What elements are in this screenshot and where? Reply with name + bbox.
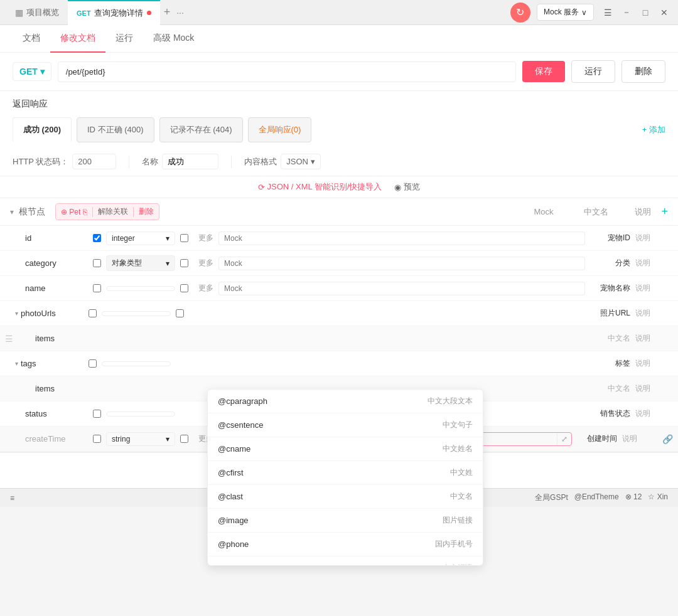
tab-run[interactable]: 运行 — [105, 25, 143, 53]
dropdown-key: @image — [218, 516, 249, 525]
expand-photourls[interactable]: ▾ — [15, 310, 18, 317]
add-field-button[interactable]: + — [661, 205, 668, 218]
unlink-button[interactable]: 解除关联 — [93, 205, 133, 218]
project-tab[interactable]: ▦ 项目概览 — [6, 0, 68, 25]
minimize-button[interactable]: － — [619, 5, 634, 20]
type-select-category[interactable]: 对象类型 ▾ — [106, 255, 175, 271]
field-checkbox-createtime[interactable] — [180, 435, 188, 443]
more-options-id[interactable]: 更多 — [198, 233, 213, 243]
response-section-label: 返回响应 — [0, 91, 678, 112]
field-required-status[interactable] — [93, 410, 101, 418]
type-select-createtime[interactable]: string ▾ — [106, 432, 175, 446]
mock-input-id[interactable] — [218, 231, 585, 245]
field-required-tags[interactable] — [89, 359, 97, 368]
name-input[interactable] — [162, 154, 218, 169]
field-checkbox-id[interactable] — [180, 234, 188, 242]
resp-tab-404[interactable]: 记录不存在 (404) — [159, 117, 243, 142]
dropdown-item-cparagraph[interactable]: @cparagraph 中文大段文本 — [208, 390, 483, 413]
type-select-photourls[interactable] — [102, 311, 171, 316]
field-name-items2: items — [25, 384, 88, 393]
tab-advanced-mock[interactable]: 高级 Mock — [143, 25, 204, 53]
field-required-name[interactable] — [93, 284, 101, 292]
chevron-down-icon: ∨ — [581, 8, 587, 17]
field-name-category: category — [25, 258, 88, 268]
tab-edit-doc[interactable]: 修改文档 — [50, 25, 105, 53]
refresh-button[interactable]: ↻ — [510, 3, 530, 23]
dropdown-key: @clast — [218, 492, 243, 501]
mock-input-name[interactable] — [218, 282, 585, 295]
run-button[interactable]: 运行 — [571, 60, 615, 83]
delete-ref-button[interactable]: 删除 — [134, 205, 159, 218]
preview-button[interactable]: ◉ 预览 — [394, 181, 420, 193]
dropdown-desc: 中文姓名 — [443, 443, 473, 454]
field-name-photourls: photoUrls — [21, 309, 83, 318]
mock-input-cat[interactable] — [218, 257, 585, 270]
drag-handle-items1[interactable]: ☰ — [5, 334, 13, 344]
dropdown-item-clast[interactable]: @clast 中文名 — [208, 485, 483, 509]
resp-tab-200[interactable]: 成功 (200) — [13, 117, 72, 143]
more-options-cat[interactable]: 更多 — [198, 258, 213, 268]
cn-name-name: 宠物名称 — [585, 283, 635, 294]
json-xml-import-button[interactable]: ⟳ JSON / XML 智能识别/快捷导入 — [258, 181, 382, 193]
maximize-button[interactable]: □ — [638, 5, 653, 20]
add-response-button[interactable]: + 添加 — [642, 124, 665, 135]
pet-badge[interactable]: ⊕ Pet ⎘ — [56, 206, 92, 218]
tab-doc[interactable]: 文档 — [13, 25, 50, 53]
type-select-id[interactable]: integer ▾ — [106, 231, 175, 245]
close-button[interactable]: ✕ — [657, 5, 672, 20]
desc-id: 说明 — [635, 233, 673, 243]
api-tab[interactable]: GET 查询宠物详情 — [68, 0, 160, 25]
expand-tags[interactable]: ▾ — [15, 360, 18, 367]
dropdown-item-csentence[interactable]: @csentence 中文句子 — [208, 413, 483, 437]
dropdown-item-phone[interactable]: @phone 国内手机号 — [208, 533, 483, 556]
more-tabs-button[interactable]: ··· — [174, 8, 186, 18]
response-tabs: 成功 (200) ID 不正确 (400) 记录不存在 (404) 全局响应(0… — [0, 112, 678, 147]
link-icon-createtime[interactable]: 🔗 — [662, 434, 673, 444]
dropdown-item-cword[interactable]: @cword 中文词语 — [208, 556, 483, 565]
title-bar: ▦ 项目概览 GET 查询宠物详情 + ··· ↻ Mock 服务 ∨ ☰ － … — [0, 0, 678, 25]
expand-mock-icon[interactable]: ⤢ — [557, 433, 571, 445]
status-bar-right: 全局GSPt @EndTheme ⊗ 12 ☆ Xin — [535, 492, 668, 503]
menu-icon[interactable]: ☰ — [600, 5, 615, 20]
resp-tab-400[interactable]: ID 不正确 (400) — [77, 117, 154, 142]
more-options-name[interactable]: 更多 — [198, 283, 213, 294]
content-format-label: 内容格式 — [244, 156, 277, 167]
dropdown-scroll-area[interactable]: @cparagraph 中文大段文本 @csentence 中文句子 @cnam… — [208, 390, 483, 565]
root-expand-icon[interactable]: ▾ — [10, 208, 14, 216]
status-item-4: ☆ Xin — [648, 492, 668, 503]
field-name-createtime: createTime — [25, 434, 88, 443]
field-checkbox-photourls[interactable] — [176, 309, 184, 317]
table-row: name 更多 宠物名称 说明 — [0, 276, 678, 301]
dropdown-item-cfirst[interactable]: @cfirst 中文姓 — [208, 461, 483, 485]
field-checkbox-cat[interactable] — [180, 259, 188, 267]
type-chevron-icon-createtime: ▾ — [166, 435, 170, 443]
field-required-category[interactable] — [93, 259, 101, 267]
field-required-id[interactable] — [93, 234, 101, 242]
field-required-photourls[interactable] — [89, 309, 97, 317]
type-select-name[interactable] — [106, 286, 175, 291]
resp-tab-global[interactable]: 全局响应(0) — [248, 117, 312, 142]
project-tab-label: 项目概览 — [26, 7, 59, 18]
save-button[interactable]: 保存 — [522, 61, 565, 82]
field-name-id: id — [25, 233, 88, 243]
type-select-tags[interactable] — [102, 361, 171, 366]
field-checkbox-name[interactable] — [180, 284, 188, 292]
new-tab-button[interactable]: + — [160, 6, 175, 19]
http-status-input[interactable] — [72, 154, 116, 169]
dropdown-item-image[interactable]: @image 图片链接 — [208, 509, 483, 533]
type-select-status[interactable] — [106, 412, 175, 417]
dropdown-item-cname[interactable]: @cname 中文姓名 — [208, 437, 483, 461]
content-format-select[interactable]: JSON ▾ — [281, 154, 321, 169]
delete-button[interactable]: 删除 — [622, 60, 665, 83]
name-label: 名称 — [142, 156, 158, 167]
http-status-item: HTTP 状态码： — [13, 154, 116, 169]
table-row: category 对象类型 ▾ 更多 分类 说明 — [0, 251, 678, 276]
status-bar-left-icon[interactable]: ≡ — [10, 494, 14, 502]
field-required-createtime[interactable] — [93, 435, 101, 443]
method-selector[interactable]: GET ▾ — [13, 62, 51, 81]
table-row: ▾ photoUrls 照片URL 说明 — [0, 301, 678, 326]
meta-divider-1 — [129, 156, 129, 168]
mock-service-button[interactable]: Mock 服务 ∨ — [537, 4, 594, 21]
url-input[interactable] — [58, 61, 516, 82]
meta-divider-2 — [231, 156, 232, 168]
